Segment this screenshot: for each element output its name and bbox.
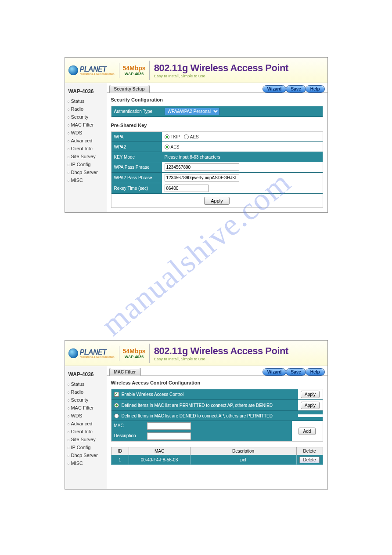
wizard-button[interactable]: Wizard (263, 85, 287, 93)
security-setup-screenshot: PLANET Networking & Communication 54Mbps… (65, 57, 328, 213)
title-box: 802.11g Wireless Access Point Easy to In… (149, 61, 293, 80)
speed-text: 54Mbps (123, 348, 146, 355)
sidebar-title: WAP-4036 (67, 370, 105, 380)
rekey-label: Rekey Time (sec) (111, 184, 162, 192)
section-title: Security Configuration (111, 95, 323, 104)
mode-deny-label: Defined Items in MAC list are DENIED to … (122, 414, 273, 418)
description-input[interactable] (147, 432, 191, 440)
psk-title: Pre-Shared Key (111, 121, 323, 130)
mode-deny-radio[interactable] (114, 414, 119, 418)
globe-icon (68, 348, 78, 358)
cell-id: 1 (111, 455, 129, 465)
sidebar-item-wds[interactable]: WDS (67, 129, 105, 137)
sidebar: WAP-4036 Status Radio Security MAC Filte… (65, 366, 107, 489)
sidebar-item-status[interactable]: Status (67, 380, 105, 388)
apply-button[interactable]: Apply (204, 197, 230, 205)
save-button[interactable]: Save (286, 368, 306, 376)
product-subtitle: Easy to Install, Simple to Use (154, 74, 288, 78)
brand-logo: PLANET Networking & Communication (68, 65, 119, 75)
col-mac: MAC (129, 447, 190, 455)
cell-mac: 00-40-F4-F8-56-03 (129, 455, 190, 465)
sidebar-item-dhcpserver[interactable]: Dhcp Server (67, 451, 105, 459)
speed-box: 54Mbps WAP-4036 (119, 63, 149, 78)
sidebar-item-advanced[interactable]: Advanced (67, 137, 105, 145)
description-label: Description (111, 431, 144, 441)
cell-description: pcl (190, 455, 296, 465)
apply-enable-button[interactable]: Apply (301, 391, 320, 398)
mac-label: MAC (111, 421, 144, 431)
auth-type-select[interactable]: WPA&WPA2 Personal (165, 108, 219, 115)
col-id: ID (111, 447, 129, 455)
mode-permit-radio[interactable] (114, 403, 119, 408)
apply-mode-button[interactable]: Apply (301, 402, 320, 409)
tab-mac-filter[interactable]: MAC Filter (109, 368, 141, 376)
sidebar-item-sitesurvey[interactable]: Site Survey (67, 435, 105, 443)
mac-list-table: ID MAC Description Delete 1 00-40-F4-F8-… (111, 447, 323, 465)
sidebar-item-status[interactable]: Status (67, 97, 105, 105)
sidebar-item-dhcpserver[interactable]: Dhcp Server (67, 168, 105, 176)
sidebar-item-macfilter[interactable]: MAC Filter (67, 404, 105, 412)
product-title: 802.11g Wireless Access Point (154, 62, 288, 74)
wpa-tkip-radio[interactable]: TKIP (165, 134, 180, 139)
wpa2-aes-radio[interactable]: AES (165, 145, 180, 149)
speed-text: 54Mbps (123, 65, 146, 72)
brand-tagline: Networking & Communication (80, 355, 115, 358)
sidebar-item-misc[interactable]: MISC (67, 176, 105, 184)
sidebar-item-macfilter[interactable]: MAC Filter (67, 121, 105, 129)
save-button[interactable]: Save (286, 85, 306, 93)
product-subtitle: Easy to Install, Simple to Use (154, 357, 288, 361)
col-delete: Delete (296, 447, 323, 455)
globe-icon (68, 65, 78, 75)
wpa2-passphrase-label: WPA2 Pass Phrase (111, 174, 162, 182)
auth-type-label: Authentication Type (111, 107, 162, 116)
enable-access-control-checkbox[interactable] (114, 392, 119, 397)
sidebar-item-clientinfo[interactable]: Client Info (67, 428, 105, 435)
mode-permit-label: Defined Items in MAC list are PERMITTED … (122, 403, 273, 408)
sidebar-item-radio[interactable]: Radio (67, 105, 105, 113)
wpa2-label: WPA2 (111, 143, 162, 151)
wpa-passphrase-label: WPA Pass Phrase (111, 163, 162, 171)
sidebar: WAP-4036 Status Radio Security MAC Filte… (65, 83, 107, 212)
add-button[interactable]: Add (298, 428, 316, 435)
sidebar-item-radio[interactable]: Radio (67, 388, 105, 396)
speed-box: 54Mbps WAP-4036 (119, 346, 149, 361)
model-text: WAP-4036 (123, 72, 146, 76)
enable-access-control-label: Enable Wireless Access Control (122, 392, 184, 397)
app-header: PLANET Networking & Communication 54Mbps… (65, 58, 327, 83)
wizard-button[interactable]: Wizard (263, 368, 287, 376)
wpa2-passphrase-input[interactable] (165, 174, 239, 181)
mac-filter-screenshot: PLANET Networking & Communication 54Mbps… (65, 340, 328, 490)
help-button[interactable]: Help (306, 368, 325, 376)
app-header: PLANET Networking & Communication 54Mbps… (65, 341, 327, 366)
sidebar-item-security[interactable]: Security (67, 396, 105, 404)
wpa-label: WPA (111, 133, 162, 141)
sidebar-item-wds[interactable]: WDS (67, 412, 105, 420)
sidebar-title: WAP-4036 (67, 87, 105, 97)
col-description: Description (190, 447, 296, 455)
mac-input[interactable] (147, 422, 191, 430)
sidebar-item-clientinfo[interactable]: Client Info (67, 145, 105, 152)
brand-tagline: Networking & Communication (80, 73, 115, 75)
rekey-input[interactable] (165, 185, 209, 192)
table-row: 1 00-40-F4-F8-56-03 pcl Delete (111, 455, 323, 465)
sidebar-item-advanced[interactable]: Advanced (67, 420, 105, 428)
section-title: Wireless Access Control Configuration (111, 378, 323, 387)
sidebar-item-ipconfig[interactable]: IP Config (67, 160, 105, 168)
title-box: 802.11g Wireless Access Point Easy to In… (149, 344, 293, 363)
keymode-label: KEY Mode (111, 153, 162, 161)
brand-logo: PLANET Networking & Communication (68, 348, 119, 358)
sidebar-item-sitesurvey[interactable]: Site Survey (67, 152, 105, 160)
model-text: WAP-4036 (123, 355, 146, 359)
help-button[interactable]: Help (306, 85, 325, 93)
keymode-value: Please input 8-63 characters (162, 152, 323, 162)
product-title: 802.11g Wireless Access Point (154, 345, 288, 357)
wpa-passphrase-input[interactable] (165, 163, 239, 171)
delete-row-button[interactable]: Delete (299, 457, 320, 463)
wpa-aes-radio[interactable]: AES (184, 134, 199, 139)
sidebar-item-misc[interactable]: MISC (67, 459, 105, 467)
sidebar-item-security[interactable]: Security (67, 113, 105, 121)
sidebar-item-ipconfig[interactable]: IP Config (67, 443, 105, 451)
tab-security-setup[interactable]: Security Setup (109, 85, 150, 93)
